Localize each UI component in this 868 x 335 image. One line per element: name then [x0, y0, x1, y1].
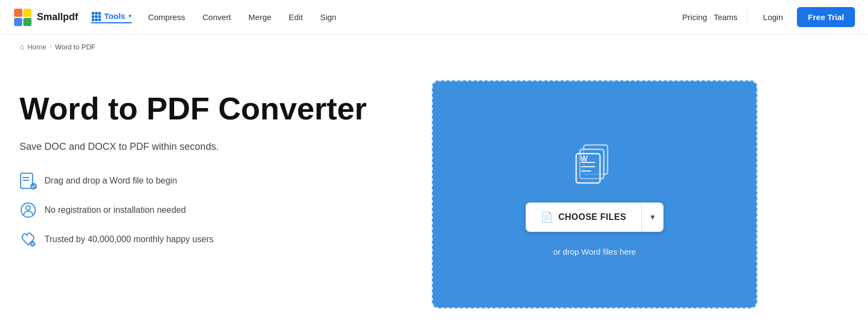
svg-rect-2 — [23, 9, 31, 17]
svg-rect-3 — [14, 18, 22, 26]
nav-merge[interactable]: Merge — [241, 8, 279, 26]
tools-label: Tools — [104, 11, 125, 21]
choose-files-button[interactable]: 📄 CHOOSE FILES — [526, 203, 642, 232]
choose-files-row[interactable]: 📄 CHOOSE FILES ▾ — [526, 203, 664, 232]
home-icon: ⌂ — [20, 42, 24, 51]
login-button[interactable]: Login — [756, 8, 791, 26]
svg-rect-12 — [95, 18, 98, 21]
feature-no-reg: No registration or installation needed — [20, 201, 399, 219]
nav-teams[interactable]: Teams — [713, 12, 737, 22]
feature-trusted-text: Trusted by 40,000,000 monthly happy user… — [44, 235, 214, 244]
svg-rect-13 — [98, 18, 101, 21]
no-registration-icon — [20, 201, 37, 219]
nav-sign[interactable]: Sign — [312, 8, 344, 26]
file-upload-icon: 📄 — [541, 211, 553, 223]
logo-text: Smallpdf — [37, 11, 78, 23]
main-nav: Compress Convert Merge Edit Sign — [141, 8, 344, 26]
grid-icon — [91, 11, 101, 21]
logo[interactable]: Smallpdf — [13, 8, 78, 27]
main-content: Word to PDF Converter Save DOC and DOCX … — [0, 59, 868, 335]
logo-icon — [13, 8, 33, 27]
feature-no-reg-text: No registration or installation needed — [44, 205, 186, 215]
page-title: Word to PDF Converter — [20, 91, 399, 126]
trusted-icon — [20, 231, 37, 248]
feature-drag-drop-text: Drag and drop a Word file to begin — [44, 176, 177, 186]
page-subtitle: Save DOC and DOCX to PDF within seconds. — [20, 141, 399, 153]
svg-text:W: W — [580, 154, 588, 163]
breadcrumb-current: Word to PDF — [55, 43, 95, 51]
feature-trusted: Trusted by 40,000,000 monthly happy user… — [20, 231, 399, 248]
svg-rect-11 — [92, 18, 94, 21]
right-section: W 📄 CHOOSE FILES ▾ or drop Word files he… — [432, 80, 757, 308]
svg-rect-7 — [98, 12, 101, 15]
tools-menu[interactable]: Tools ▾ — [91, 11, 132, 23]
svg-rect-6 — [95, 12, 98, 15]
breadcrumb-separator: › — [49, 43, 52, 50]
nav-pricing[interactable]: Pricing — [682, 12, 707, 22]
drag-drop-icon — [20, 172, 37, 189]
svg-rect-25 — [576, 154, 600, 183]
tools-chevron-icon: ▾ — [129, 12, 132, 20]
documents-icon: W — [570, 138, 619, 187]
drop-hint: or drop Word files here — [553, 247, 636, 256]
svg-rect-8 — [92, 15, 94, 18]
svg-rect-5 — [92, 12, 94, 15]
feature-drag-drop: Drag and drop a Word file to begin — [20, 172, 399, 189]
dropzone[interactable]: W 📄 CHOOSE FILES ▾ or drop Word files he… — [432, 80, 757, 308]
free-trial-button[interactable]: Free Trial — [797, 7, 855, 27]
svg-rect-1 — [14, 9, 22, 17]
choose-files-dropdown-button[interactable]: ▾ — [641, 203, 663, 232]
svg-rect-10 — [98, 15, 101, 18]
nav-edit[interactable]: Edit — [281, 8, 310, 26]
svg-rect-9 — [95, 15, 98, 18]
svg-rect-4 — [23, 18, 31, 26]
nav-divider — [746, 10, 747, 25]
nav-convert[interactable]: Convert — [195, 8, 239, 26]
svg-point-19 — [26, 206, 30, 210]
navbar-right: Pricing Teams Login Free Trial — [682, 7, 855, 27]
navbar: Smallpdf Tools ▾ Compress Convert Merge … — [0, 0, 868, 35]
choose-files-label: CHOOSE FILES — [558, 212, 626, 222]
nav-compress[interactable]: Compress — [141, 8, 193, 26]
chevron-down-icon: ▾ — [650, 212, 655, 222]
breadcrumb: ⌂ Home › Word to PDF — [0, 35, 868, 59]
features-list: Drag and drop a Word file to begin No re… — [20, 172, 399, 248]
breadcrumb-home[interactable]: Home — [27, 43, 46, 51]
left-section: Word to PDF Converter Save DOC and DOCX … — [20, 80, 399, 248]
